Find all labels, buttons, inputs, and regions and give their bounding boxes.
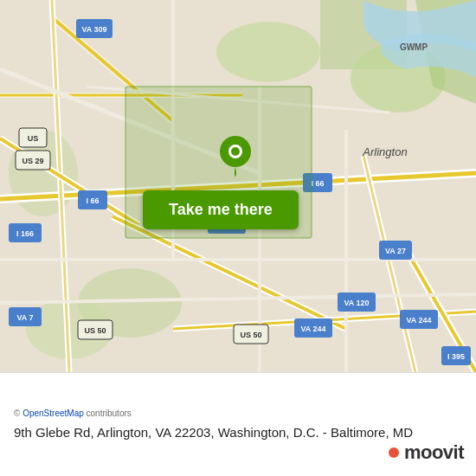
app: VA 309 US US 29 I 166 I 66 I 66 VA 7 US … bbox=[0, 0, 476, 476]
svg-text:Arlington: Arlington bbox=[362, 145, 407, 158]
moovit-dot bbox=[389, 447, 399, 458]
svg-text:I 66: I 66 bbox=[86, 196, 99, 205]
svg-point-1 bbox=[216, 22, 320, 82]
svg-text:US 50: US 50 bbox=[84, 326, 106, 335]
take-me-there-button[interactable]: Take me there bbox=[143, 190, 299, 229]
svg-text:VA 309: VA 309 bbox=[81, 25, 106, 34]
svg-text:I 166: I 166 bbox=[16, 229, 34, 238]
attribution: © OpenStreetMap contributors bbox=[14, 408, 462, 418]
svg-text:US 50: US 50 bbox=[240, 331, 261, 339]
svg-text:I 395: I 395 bbox=[447, 352, 465, 361]
map-pin bbox=[218, 134, 253, 177]
svg-text:I 66: I 66 bbox=[311, 179, 324, 188]
svg-text:GWMP: GWMP bbox=[400, 42, 428, 52]
svg-text:VA 120: VA 120 bbox=[344, 299, 369, 307]
moovit-logo: moovit bbox=[389, 441, 464, 464]
map-container: VA 309 US US 29 I 166 I 66 I 66 VA 7 US … bbox=[0, 0, 476, 372]
svg-text:VA 244: VA 244 bbox=[406, 316, 431, 325]
address-line: 9th Glebe Rd, Arlington, VA 22203, Washi… bbox=[14, 423, 462, 441]
attribution-suffix: contributors bbox=[84, 408, 132, 418]
moovit-brand-name: moovit bbox=[404, 441, 464, 464]
info-panel: © OpenStreetMap contributors 9th Glebe R… bbox=[0, 372, 476, 476]
svg-point-68 bbox=[231, 147, 240, 156]
svg-text:VA 244: VA 244 bbox=[300, 325, 325, 333]
attribution-prefix: © bbox=[14, 408, 23, 418]
svg-text:US: US bbox=[28, 134, 39, 143]
map-svg: VA 309 US US 29 I 166 I 66 I 66 VA 7 US … bbox=[0, 0, 476, 372]
svg-text:VA 27: VA 27 bbox=[385, 247, 406, 255]
svg-text:US 29: US 29 bbox=[22, 157, 43, 165]
svg-text:VA 7: VA 7 bbox=[16, 313, 33, 322]
osm-link[interactable]: OpenStreetMap bbox=[23, 408, 84, 418]
